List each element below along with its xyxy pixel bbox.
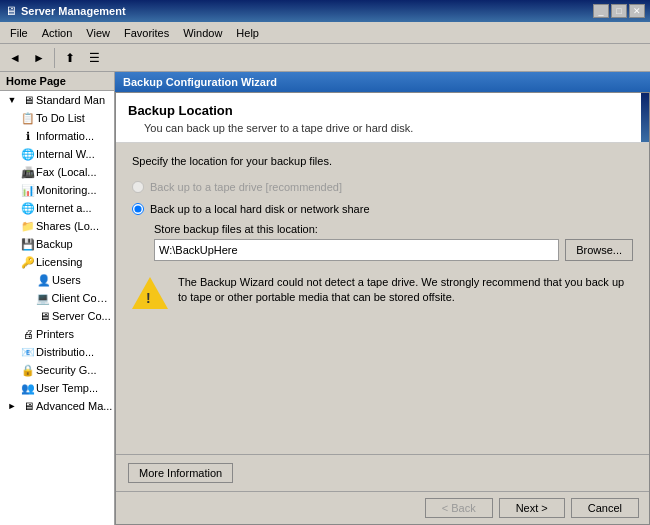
wizard-footer: More Information	[116, 454, 649, 491]
shares-icon: 📁	[20, 218, 36, 234]
wizard-content: Specify the location for your backup fil…	[116, 143, 649, 454]
globe-icon: 🌐	[20, 146, 36, 162]
sidebar-header: Home Page	[0, 72, 114, 91]
warning-text: The Backup Wizard could not detect a tap…	[178, 275, 633, 306]
menu-view[interactable]: View	[80, 25, 116, 41]
radio-tape-label: Back up to a tape drive [recommended]	[150, 181, 342, 193]
sidebar-item-internal-w[interactable]: 🌐 Internal W...	[0, 145, 114, 163]
info-icon: ℹ	[20, 128, 36, 144]
store-location-row: Browse...	[154, 239, 633, 261]
server2-icon: 🖥	[36, 308, 52, 324]
printer-icon: 🖨	[20, 326, 36, 342]
view-button[interactable]: ☰	[83, 47, 105, 69]
sidebar-item-server-co[interactable]: 🖥 Server Co...	[0, 307, 114, 325]
sidebar-item-monitoring[interactable]: 📊 Monitoring...	[0, 181, 114, 199]
expand2-icon: ►	[4, 398, 20, 414]
server-icon: 🖥	[20, 92, 36, 108]
menu-window[interactable]: Window	[177, 25, 228, 41]
wizard-nav: < Back Next > Cancel	[116, 491, 649, 524]
next-nav-button[interactable]: Next >	[499, 498, 565, 518]
sidebar-item-security-g[interactable]: 🔒 Security G...	[0, 361, 114, 379]
distribution-icon: 📧	[20, 344, 36, 360]
window-controls: _ □ ✕	[593, 4, 645, 18]
sidebar-item-shares[interactable]: 📁 Shares (Lo...	[0, 217, 114, 235]
maximize-button[interactable]: □	[611, 4, 627, 18]
sidebar-item-to-do-list[interactable]: 📋 To Do List	[0, 109, 114, 127]
expand-icon: ▼	[4, 92, 20, 108]
sidebar-item-printers[interactable]: 🖨 Printers	[0, 325, 114, 343]
sidebar-item-advanced-man[interactable]: ► 🖥 Advanced Ma...	[0, 397, 114, 415]
radio-tape-option: Back up to a tape drive [recommended]	[132, 181, 633, 193]
wizard-header-desc: You can back up the server to a tape dri…	[144, 122, 637, 134]
minimize-button[interactable]: _	[593, 4, 609, 18]
client-icon: 💻	[35, 290, 51, 306]
more-info-button[interactable]: More Information	[128, 463, 233, 483]
radio-tape[interactable]	[132, 181, 144, 193]
wizard-title-bar: Backup Configuration Wizard	[115, 72, 650, 92]
wizard-title: Backup Configuration Wizard	[123, 76, 277, 88]
content-area: Backup Configuration Wizard Backup Locat…	[115, 72, 650, 525]
forward-button[interactable]: ►	[28, 47, 50, 69]
store-location-label: Store backup files at this location:	[154, 223, 633, 235]
toolbar: ◄ ► ⬆ ☰	[0, 44, 650, 72]
title-bar: 🖥 Server Management _ □ ✕	[0, 0, 650, 22]
menu-action[interactable]: Action	[36, 25, 79, 41]
internet-icon: 🌐	[20, 200, 36, 216]
menu-bar: File Action View Favorites Window Help	[0, 22, 650, 44]
sidebar-item-client-com[interactable]: 💻 Client Com...	[0, 289, 114, 307]
radio-harddisk[interactable]	[132, 203, 144, 215]
cancel-nav-button[interactable]: Cancel	[571, 498, 639, 518]
back-nav-button[interactable]: < Back	[425, 498, 493, 518]
location-input[interactable]	[154, 239, 559, 261]
menu-help[interactable]: Help	[230, 25, 265, 41]
sidebar-item-standard-man[interactable]: ▼ 🖥 Standard Man	[0, 91, 114, 109]
wizard-header-title: Backup Location	[128, 103, 637, 118]
menu-favorites[interactable]: Favorites	[118, 25, 175, 41]
close-button[interactable]: ✕	[629, 4, 645, 18]
sidebar-item-user-temp[interactable]: 👥 User Temp...	[0, 379, 114, 397]
monitoring-icon: 📊	[20, 182, 36, 198]
list-icon: 📋	[20, 110, 36, 126]
users-icon: 👤	[36, 272, 52, 288]
sidebar-item-information[interactable]: ℹ Informatio...	[0, 127, 114, 145]
up-button[interactable]: ⬆	[59, 47, 81, 69]
sidebar-item-fax[interactable]: 📠 Fax (Local...	[0, 163, 114, 181]
warning-box: ! The Backup Wizard could not detect a t…	[132, 275, 633, 311]
sidebar-item-distribution[interactable]: 📧 Distributio...	[0, 343, 114, 361]
browse-button[interactable]: Browse...	[565, 239, 633, 261]
wizard-header: Backup Location You can back up the serv…	[116, 93, 649, 143]
wizard-dialog: Backup Configuration Wizard Backup Locat…	[115, 72, 650, 525]
radio-harddisk-label: Back up to a local hard disk or network …	[150, 203, 370, 215]
app-title: Server Management	[21, 5, 589, 17]
sidebar-item-backup[interactable]: 💾 Backup	[0, 235, 114, 253]
sidebar-item-users[interactable]: 👤 Users	[0, 271, 114, 289]
sidebar-item-licensing[interactable]: 🔑 Licensing	[0, 253, 114, 271]
wizard-instruction: Specify the location for your backup fil…	[132, 155, 633, 167]
wizard-accent	[641, 93, 649, 142]
menu-file[interactable]: File	[4, 25, 34, 41]
toolbar-separator	[54, 48, 55, 68]
fax-icon: 📠	[20, 164, 36, 180]
backup-icon: 💾	[20, 236, 36, 252]
sidebar-item-internet-a[interactable]: 🌐 Internet a...	[0, 199, 114, 217]
licensing-icon: 🔑	[20, 254, 36, 270]
app-icon: 🖥	[5, 4, 17, 18]
main-layout: Home Page ▼ 🖥 Standard Man 📋 To Do List …	[0, 72, 650, 525]
sidebar: Home Page ▼ 🖥 Standard Man 📋 To Do List …	[0, 72, 115, 525]
usertemp-icon: 👥	[20, 380, 36, 396]
advanced-icon: 🖥	[20, 398, 36, 414]
back-button[interactable]: ◄	[4, 47, 26, 69]
warning-exclaim: !	[146, 290, 151, 306]
radio-harddisk-option: Back up to a local hard disk or network …	[132, 203, 633, 215]
wizard-body: Backup Location You can back up the serv…	[115, 92, 650, 525]
warning-icon: !	[132, 275, 168, 311]
security-icon: 🔒	[20, 362, 36, 378]
